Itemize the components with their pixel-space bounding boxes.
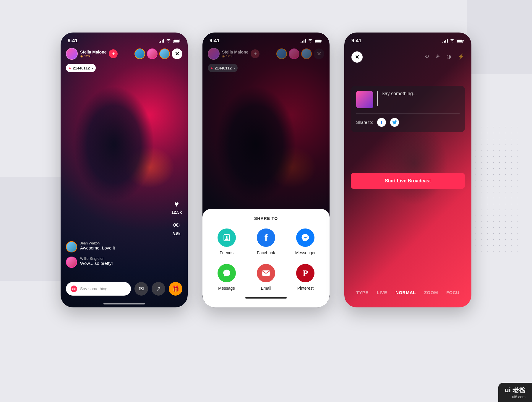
mode-focu[interactable]: FOCU (446, 290, 460, 295)
friends-icon (218, 228, 236, 247)
signal-icon (442, 39, 448, 43)
commenter-name: Jean Walton (80, 241, 115, 245)
streamer-name: Stella Malone (80, 50, 106, 54)
message-icon (218, 264, 236, 282)
commenter-avatar[interactable] (66, 241, 77, 252)
status-bar: 9:41 (202, 33, 330, 46)
filter-icon[interactable]: ◑ (447, 53, 451, 60)
close-button: ✕ (314, 48, 324, 59)
comment-item: Willie Singleton Wow... so pretty! (66, 257, 158, 268)
home-indicator[interactable] (103, 303, 145, 304)
streamer-view-count: ◉ 1263 (80, 54, 106, 58)
comment-text: Awesome. Love it (80, 245, 115, 250)
phone-share-sheet: 9:41 Stella Malone ◉ 1263 + ✕ ♦ 21446112… (202, 33, 330, 307)
flip-camera-icon[interactable]: ⟲ (424, 53, 429, 60)
pinterest-icon: P (296, 264, 314, 282)
eye-icon: 👁 (171, 221, 182, 230)
caption-card: Say something... Share to: f (351, 86, 465, 132)
svg-rect-5 (322, 40, 322, 41)
status-bar: 9:41 (344, 33, 471, 46)
status-time: 9:41 (210, 38, 220, 44)
like-stat[interactable]: ♥ 12.5k (171, 200, 182, 215)
share-item-messenger[interactable]: Messenger (287, 228, 324, 255)
mail-icon: ✉ (139, 285, 144, 292)
gems-count: 21446112 (215, 66, 232, 70)
chevron-right-icon: › (92, 66, 93, 70)
facebook-toggle[interactable]: f (377, 118, 386, 127)
status-time: 9:41 (68, 38, 78, 44)
twitter-toggle[interactable] (390, 118, 399, 127)
follow-button[interactable]: + (109, 49, 118, 58)
comment-text: Wow... so pretty! (80, 261, 113, 266)
viewer-avatar[interactable] (159, 48, 170, 59)
gems-count: 21446112 (73, 66, 90, 70)
streamer-name: Stella Malone (222, 50, 248, 54)
share-button[interactable]: ↗ (152, 282, 165, 296)
chat-icon: ●● (71, 286, 77, 292)
chat-input[interactable]: ●● Say something... (66, 282, 131, 296)
inbox-button[interactable]: ✉ (134, 282, 148, 296)
mode-normal[interactable]: NORMAL (395, 290, 416, 295)
streamer-header: Stella Malone ◉ 1263 + ✕ (61, 46, 188, 61)
mode-zoom[interactable]: ZOOM (424, 290, 438, 295)
caption-input[interactable]: Say something... (377, 91, 417, 106)
share-item-email[interactable]: Email (248, 264, 284, 291)
battery-icon (173, 39, 181, 43)
divider (356, 114, 460, 114)
mode-live[interactable]: LIVE (377, 290, 387, 295)
home-indicator[interactable] (245, 297, 287, 299)
viewer-avatar (301, 48, 312, 59)
chat-placeholder: Say something... (80, 286, 111, 291)
facebook-icon: f (257, 228, 275, 247)
viewer-avatar[interactable] (134, 48, 145, 59)
gem-icon: ♦ (69, 66, 71, 70)
mode-type[interactable]: TYPE (356, 290, 369, 295)
start-broadcast-button[interactable]: Start Live Broadcast (351, 173, 465, 189)
caption-thumbnail[interactable] (356, 91, 373, 108)
comments-list: Jean Walton Awesome. Love it Willie Sing… (66, 241, 158, 272)
share-item-label: Email (248, 286, 284, 291)
camera-mode-selector[interactable]: TYPELIVENORMALZOOMFOCU (344, 290, 471, 295)
brightness-icon[interactable]: ☀ (435, 53, 440, 60)
share-to-label: Share to: (356, 120, 373, 125)
commenter-name: Willie Singleton (80, 257, 113, 261)
svg-rect-4 (315, 40, 321, 42)
watch-count: 3.8k (171, 231, 182, 236)
battery-icon (315, 39, 322, 43)
eye-icon: ◉ (222, 54, 225, 58)
share-item-message[interactable]: Message (208, 264, 245, 291)
close-button[interactable]: ✕ (351, 51, 363, 63)
watch-stat[interactable]: 👁 3.8k (171, 221, 182, 236)
status-time: 9:41 (351, 38, 361, 44)
share-item-label: Friends (208, 250, 245, 255)
phone-start-broadcast: 9:41 ✕ ⟲ ☀ ◑ ⚡ Say something... Share to… (344, 33, 471, 307)
close-button[interactable]: ✕ (172, 48, 182, 59)
flash-icon[interactable]: ⚡ (458, 53, 464, 60)
gem-icon: ♦ (211, 66, 213, 70)
share-item-label: Pinterest (287, 286, 324, 291)
share-item-facebook[interactable]: fFacebook (248, 228, 284, 255)
status-bar: 9:41 (61, 33, 188, 46)
caption-placeholder: Say something... (382, 91, 417, 96)
signal-icon (159, 39, 164, 43)
battery-icon (457, 39, 464, 43)
streamer-avatar[interactable] (66, 48, 78, 60)
streamer-avatar (208, 48, 220, 60)
share-item-label: Facebook (248, 250, 284, 255)
wifi-icon (450, 39, 455, 43)
wifi-icon (166, 39, 171, 43)
svg-rect-1 (173, 40, 179, 42)
commenter-avatar[interactable] (66, 257, 77, 268)
like-count: 12.5k (171, 210, 182, 215)
watermark: ui 老爸 ui8.com (498, 383, 532, 402)
gift-button[interactable]: 🎁 (169, 282, 182, 296)
streamer-view-count: ◉ 1263 (222, 54, 248, 58)
share-item-pinterest[interactable]: PPinterest (287, 264, 324, 291)
gems-badge[interactable]: ♦ 21446112 › (66, 64, 96, 72)
svg-point-7 (226, 236, 228, 238)
eye-icon: ◉ (80, 54, 83, 58)
share-item-friends[interactable]: Friends (208, 228, 245, 255)
email-icon (257, 264, 275, 282)
messenger-icon (296, 228, 314, 247)
viewer-avatar[interactable] (147, 48, 158, 59)
